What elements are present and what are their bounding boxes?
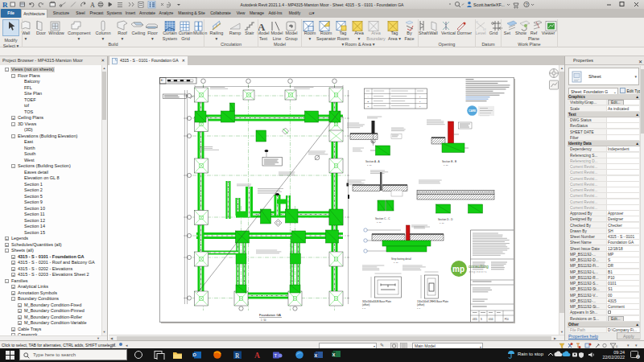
svg-text:CARE: CARE xyxy=(469,109,476,113)
svg-text:Section B - B: Section B - B xyxy=(442,160,456,163)
svg-text:R: R xyxy=(235,352,240,360)
svg-text:consulting: consulting xyxy=(469,264,489,269)
svg-text:A1: A1 xyxy=(160,79,163,82)
svg-text:T: T xyxy=(275,353,278,358)
svg-text:C: C xyxy=(367,105,369,108)
svg-text:Section D - D: Section D - D xyxy=(438,218,453,221)
svg-text:(offset): (offset) xyxy=(362,303,369,306)
svg-text:4315: 4315 xyxy=(473,318,477,321)
svg-text:R: R xyxy=(2,1,8,9)
svg-text:Foundation GA: Foundation GA xyxy=(259,313,281,317)
svg-text:Section A - A: Section A - A xyxy=(365,160,380,163)
svg-text:1 : 50: 1 : 50 xyxy=(261,319,266,322)
svg-text:1 : 10: 1 : 10 xyxy=(367,164,372,166)
svg-text:mp: mp xyxy=(452,265,464,274)
svg-text:X: X xyxy=(332,352,336,357)
svg-text:Strip footing detail: Strip footing detail xyxy=(391,257,411,261)
svg-text:1 : 10: 1 : 10 xyxy=(377,221,382,223)
svg-text:Section C - C: Section C - C xyxy=(375,217,390,220)
svg-text:A: A xyxy=(254,352,260,360)
svg-text:X: X xyxy=(315,353,318,358)
svg-text:O: O xyxy=(193,352,197,357)
svg-text:1 : 10: 1 : 10 xyxy=(444,164,448,166)
svg-text:Scott.bartleXF...: Scott.bartleXF... xyxy=(473,2,505,7)
svg-text:A: A xyxy=(90,2,95,9)
svg-text:P10: P10 xyxy=(505,318,509,321)
svg-text:1 : 10: 1 : 10 xyxy=(394,261,398,263)
svg-text:engineers: engineers xyxy=(469,270,487,274)
svg-text:S: S xyxy=(481,318,482,321)
svg-text:(offset): (offset) xyxy=(417,303,424,306)
svg-text:0101: 0101 xyxy=(489,318,493,321)
svg-text:1 : 10: 1 : 10 xyxy=(440,222,444,224)
